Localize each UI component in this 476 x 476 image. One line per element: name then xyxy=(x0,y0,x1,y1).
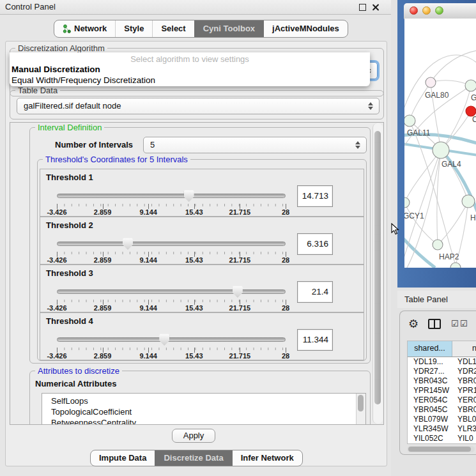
table-row[interactable]: YIL052CYIL0 xyxy=(408,434,476,443)
slider-track[interactable] xyxy=(57,289,286,294)
slider-track[interactable] xyxy=(57,194,286,198)
table-row[interactable]: YBR045CYBR0 xyxy=(408,405,476,415)
table-row[interactable]: YDL19...YDL1 xyxy=(408,357,476,367)
network-node[interactable] xyxy=(404,115,415,127)
zoom-traffic-light-icon[interactable] xyxy=(435,6,443,15)
minimize-traffic-light-icon[interactable] xyxy=(422,6,431,15)
table-row[interactable]: YBL079WYBL0 xyxy=(408,415,476,424)
columns-icon[interactable] xyxy=(428,319,441,329)
tab-cyni-toolbox[interactable]: Cyni Toolbox xyxy=(194,20,263,37)
network-node[interactable] xyxy=(433,240,443,250)
table-cell[interactable]: YDL1 xyxy=(452,357,476,367)
scrollbar-thumb[interactable] xyxy=(374,131,381,404)
float-window-icon[interactable] xyxy=(359,4,366,11)
checkbox-icon[interactable]: ☑ xyxy=(460,319,468,328)
threshold-slider[interactable] xyxy=(57,238,286,250)
tick-label: -3.426 xyxy=(47,208,66,216)
table-row[interactable]: YLR345WYLR3 xyxy=(408,424,476,434)
tab-infer-network[interactable]: Infer Network xyxy=(232,450,302,466)
tab-network[interactable]: Network xyxy=(54,20,115,37)
table-cell[interactable]: YBL079W xyxy=(408,415,452,424)
settings-scrollbar[interactable] xyxy=(372,123,383,424)
table-cell[interactable]: YIL0 xyxy=(452,434,476,443)
tab-jactivemnodules[interactable]: jActiveMNodules xyxy=(263,20,348,37)
slider-track[interactable] xyxy=(57,242,286,246)
table-cell[interactable]: YPR145W xyxy=(408,386,452,395)
tick-label: 9.144 xyxy=(139,256,157,264)
tick-label: 15.43 xyxy=(185,304,203,312)
threshold-slider[interactable] xyxy=(57,286,286,298)
tick-label: 28 xyxy=(282,352,289,360)
network-node[interactable] xyxy=(465,80,476,91)
table-row[interactable]: YDR27...YDR2 xyxy=(408,367,476,376)
attributes-group: Attributes to discretize Numerical Attri… xyxy=(29,371,371,425)
numerical-attributes-list[interactable]: SelfLoops TopologicalCoefficient Between… xyxy=(42,393,366,425)
threshold-value-field[interactable]: 6.316 xyxy=(297,233,333,255)
threshold-value-field[interactable]: 14.713 xyxy=(297,185,333,207)
table-data-combobox[interactable]: galFiltered.sif default node xyxy=(17,98,380,114)
column-header-shared-name[interactable]: shared... xyxy=(408,341,452,357)
list-item[interactable]: BetweennessCentrality xyxy=(51,417,365,425)
table-hscrollbar[interactable] xyxy=(407,446,475,452)
num-intervals-combobox[interactable]: 5 xyxy=(143,137,367,153)
table-cell[interactable]: YLR345W xyxy=(408,424,452,434)
tab-impute-data[interactable]: Impute Data xyxy=(91,450,155,466)
threshold-slider[interactable] xyxy=(57,190,286,203)
gear-icon[interactable]: ⚙ xyxy=(408,317,418,331)
close-icon[interactable] xyxy=(372,4,380,11)
table-header-row: shared... n xyxy=(408,341,476,357)
table-row[interactable]: YBR043CYBR0 xyxy=(408,376,476,386)
network-node[interactable] xyxy=(404,197,410,208)
column-header-name[interactable]: n xyxy=(452,341,476,357)
network-graph: GAL80 G C GAL11 GAL4 GCY1 H HAP2 xyxy=(404,19,476,268)
slider-thumb[interactable] xyxy=(184,190,194,202)
slider-thumb[interactable] xyxy=(233,286,243,298)
close-traffic-light-icon[interactable] xyxy=(410,6,418,15)
slider-thumb[interactable] xyxy=(123,238,133,250)
threshold-slider[interactable] xyxy=(57,334,286,346)
tab-label: Impute Data xyxy=(99,451,146,465)
network-node[interactable] xyxy=(450,263,461,268)
scrollbar-thumb[interactable] xyxy=(358,395,364,411)
table-cell[interactable]: YDR2 xyxy=(452,367,476,376)
tab-select[interactable]: Select xyxy=(152,20,194,37)
threshold-value-field[interactable]: 11.344 xyxy=(297,329,333,351)
table-cell[interactable]: YBR0 xyxy=(452,405,476,415)
list-item[interactable]: TopologicalCoefficient xyxy=(51,406,365,417)
network-view-window: GAL80 G C GAL11 GAL4 GCY1 H HAP2 xyxy=(397,0,476,288)
list-item[interactable]: SelfLoops xyxy=(51,395,365,406)
table-cell[interactable]: YDL19... xyxy=(408,357,452,367)
dropdown-hint-option[interactable]: Select algorithm to view settings xyxy=(10,54,370,64)
slider-thumb[interactable] xyxy=(159,334,169,346)
dropdown-option-equal-width[interactable]: Equal Width/Frequency Discretization xyxy=(12,75,155,85)
apply-button[interactable]: Apply xyxy=(172,429,215,443)
table-cell[interactable]: YIL052C xyxy=(408,434,452,443)
tick-label: 15.43 xyxy=(185,208,203,216)
network-node[interactable] xyxy=(426,77,436,88)
table-cell[interactable]: YER054C xyxy=(408,395,452,405)
table-cell[interactable]: YER0 xyxy=(452,395,476,405)
table-cell[interactable]: YBR0 xyxy=(452,376,476,386)
tab-style[interactable]: Style xyxy=(115,20,152,37)
dropdown-option-manual[interactable]: Manual Discretization xyxy=(12,65,100,74)
table-row[interactable]: YER054CYER0 xyxy=(408,395,476,405)
scrollbar-thumb[interactable] xyxy=(408,447,471,452)
table-cell[interactable]: YBR043C xyxy=(408,376,452,386)
tick-label: -3.426 xyxy=(47,352,66,360)
slider-track[interactable] xyxy=(57,337,286,342)
table-cell[interactable]: YPR1 xyxy=(452,386,476,395)
tab-discretize-data[interactable]: Discretize Data xyxy=(155,450,231,466)
combobox-value: 5 xyxy=(150,140,155,150)
network-canvas[interactable]: GAL80 G C GAL11 GAL4 GCY1 H HAP2 xyxy=(404,19,476,268)
table-panel-body: ⚙ ☑ ☑ shared... n YDL19...YDL1 YDR27...Y… xyxy=(399,311,476,455)
table-cell[interactable]: YLR3 xyxy=(452,424,476,434)
checkbox-icon[interactable]: ☑ xyxy=(451,319,459,328)
table-row[interactable]: YPR145WYPR1 xyxy=(408,386,476,395)
table-cell[interactable]: YBR045C xyxy=(408,405,452,415)
network-node[interactable] xyxy=(433,142,449,158)
table-cell[interactable]: YBL0 xyxy=(452,415,476,424)
network-node[interactable] xyxy=(462,195,475,208)
threshold-value-field[interactable]: 21.4 xyxy=(297,281,333,303)
list-scrollbar[interactable] xyxy=(356,394,365,425)
table-cell[interactable]: YDR27... xyxy=(408,367,452,376)
